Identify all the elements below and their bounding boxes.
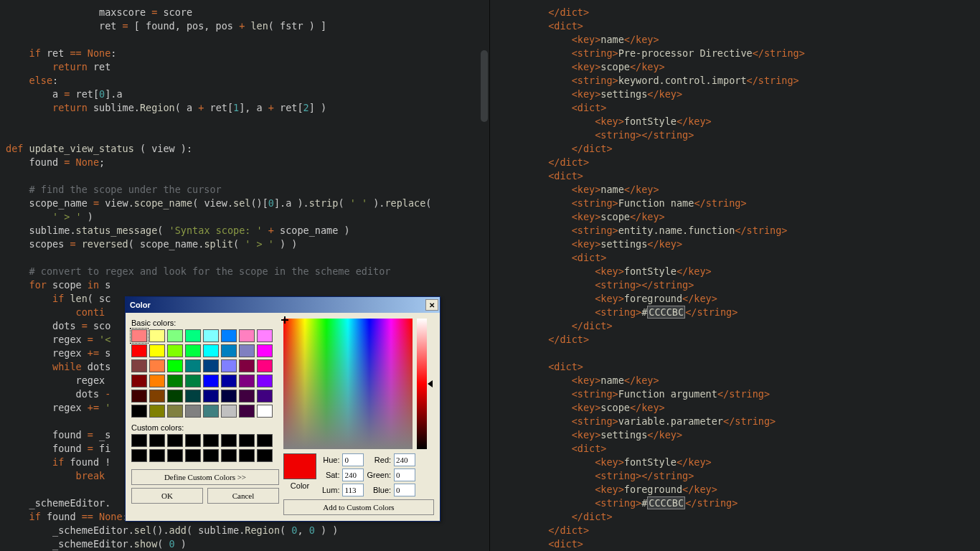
- custom-color-swatch[interactable]: [239, 434, 255, 447]
- luminance-arrow-icon[interactable]: [428, 380, 433, 387]
- close-icon[interactable]: ✕: [425, 299, 438, 311]
- color-dialog: Color ✕ Basic colors: Custom colors: Def…: [125, 296, 440, 522]
- sat-input[interactable]: [342, 468, 364, 481]
- basic-color-swatch[interactable]: [203, 359, 219, 372]
- basic-color-swatch[interactable]: [131, 375, 147, 387]
- basic-color-swatch[interactable]: [167, 344, 183, 357]
- scrollbar-left[interactable]: [481, 50, 488, 122]
- custom-colors-grid: [131, 434, 279, 462]
- basic-color-swatch[interactable]: [185, 405, 201, 418]
- custom-color-swatch[interactable]: [239, 449, 255, 462]
- basic-color-swatch[interactable]: [185, 359, 201, 372]
- basic-color-swatch[interactable]: [149, 329, 165, 342]
- custom-color-swatch[interactable]: [185, 434, 201, 447]
- red-label: Red:: [367, 456, 391, 464]
- custom-color-swatch[interactable]: [221, 434, 237, 447]
- custom-color-swatch[interactable]: [131, 434, 147, 447]
- basic-color-swatch[interactable]: [239, 344, 255, 357]
- basic-color-swatch[interactable]: [185, 344, 201, 357]
- basic-color-swatch[interactable]: [239, 329, 255, 342]
- basic-color-swatch[interactable]: [167, 390, 183, 402]
- basic-color-swatch[interactable]: [203, 405, 219, 418]
- basic-color-swatch[interactable]: [239, 390, 255, 402]
- define-custom-colors-button[interactable]: Define Custom Colors >>: [131, 469, 279, 485]
- basic-color-swatch[interactable]: [167, 405, 183, 418]
- ok-button[interactable]: OK: [131, 488, 203, 504]
- green-input[interactable]: [394, 468, 415, 481]
- color-solid-label: Color: [283, 481, 316, 490]
- basic-colors-label: Basic colors:: [131, 319, 279, 327]
- basic-color-swatch[interactable]: [149, 375, 165, 387]
- basic-color-swatch[interactable]: [221, 405, 237, 418]
- add-to-custom-button[interactable]: Add to Custom Colors: [283, 499, 434, 515]
- basic-color-swatch[interactable]: [257, 359, 273, 372]
- basic-colors-grid: [131, 329, 279, 418]
- basic-color-swatch[interactable]: [185, 375, 201, 387]
- basic-color-swatch[interactable]: [221, 359, 237, 372]
- cancel-button[interactable]: Cancel: [207, 488, 279, 504]
- lum-input[interactable]: [342, 484, 364, 496]
- green-label: Green:: [367, 471, 391, 479]
- custom-color-swatch[interactable]: [257, 449, 273, 462]
- custom-color-swatch[interactable]: [131, 449, 147, 462]
- basic-color-swatch[interactable]: [149, 344, 165, 357]
- basic-color-swatch[interactable]: [167, 359, 183, 372]
- basic-color-swatch[interactable]: [185, 390, 201, 402]
- basic-color-swatch[interactable]: [149, 390, 165, 402]
- basic-color-swatch[interactable]: [257, 390, 273, 402]
- custom-color-swatch[interactable]: [167, 434, 183, 447]
- basic-color-swatch[interactable]: [131, 405, 147, 418]
- editor-pane-right[interactable]: </dict> <dict> <key>name</key> <string>P…: [490, 0, 980, 551]
- code-editor-right[interactable]: </dict> <dict> <key>name</key> <string>P…: [490, 0, 980, 551]
- dialog-title: Color: [130, 301, 425, 309]
- basic-color-swatch[interactable]: [167, 329, 183, 342]
- basic-color-swatch[interactable]: [203, 375, 219, 387]
- color-gradient-picker[interactable]: [283, 319, 413, 449]
- basic-color-swatch[interactable]: [185, 329, 201, 342]
- basic-color-swatch[interactable]: [239, 375, 255, 387]
- basic-color-swatch[interactable]: [203, 329, 219, 342]
- dialog-titlebar[interactable]: Color ✕: [126, 297, 440, 313]
- custom-color-swatch[interactable]: [257, 434, 273, 447]
- basic-color-swatch[interactable]: [257, 344, 273, 357]
- lum-label: Lum:: [322, 486, 339, 494]
- svg-rect-1: [283, 319, 413, 449]
- basic-color-swatch[interactable]: [221, 344, 237, 357]
- hue-input[interactable]: [342, 453, 364, 466]
- custom-color-swatch[interactable]: [203, 449, 219, 462]
- basic-color-swatch[interactable]: [203, 344, 219, 357]
- basic-color-swatch[interactable]: [131, 344, 147, 357]
- basic-color-swatch[interactable]: [131, 390, 147, 402]
- basic-color-swatch[interactable]: [257, 405, 273, 418]
- custom-color-swatch[interactable]: [221, 449, 237, 462]
- basic-color-swatch[interactable]: [149, 359, 165, 372]
- basic-color-swatch[interactable]: [221, 375, 237, 387]
- basic-color-swatch[interactable]: [203, 390, 219, 402]
- basic-color-swatch[interactable]: [221, 390, 237, 402]
- luminance-strip[interactable]: [417, 319, 427, 449]
- basic-color-swatch[interactable]: [239, 359, 255, 372]
- custom-color-swatch[interactable]: [203, 434, 219, 447]
- basic-color-swatch[interactable]: [239, 405, 255, 418]
- custom-color-swatch[interactable]: [185, 449, 201, 462]
- color-preview: [283, 453, 316, 479]
- blue-input[interactable]: [394, 484, 415, 496]
- custom-color-swatch[interactable]: [167, 449, 183, 462]
- hue-label: Hue:: [322, 456, 339, 464]
- basic-color-swatch[interactable]: [131, 359, 147, 372]
- basic-color-swatch[interactable]: [167, 375, 183, 387]
- red-input[interactable]: [394, 453, 415, 466]
- custom-color-swatch[interactable]: [149, 434, 165, 447]
- basic-color-swatch[interactable]: [221, 329, 237, 342]
- custom-color-swatch[interactable]: [149, 449, 165, 462]
- sat-label: Sat:: [322, 471, 339, 479]
- basic-color-swatch[interactable]: [257, 329, 273, 342]
- custom-colors-label: Custom colors:: [131, 423, 279, 432]
- basic-color-swatch[interactable]: [131, 329, 147, 342]
- blue-label: Blue:: [367, 486, 391, 494]
- basic-color-swatch[interactable]: [149, 405, 165, 418]
- basic-color-swatch[interactable]: [257, 375, 273, 387]
